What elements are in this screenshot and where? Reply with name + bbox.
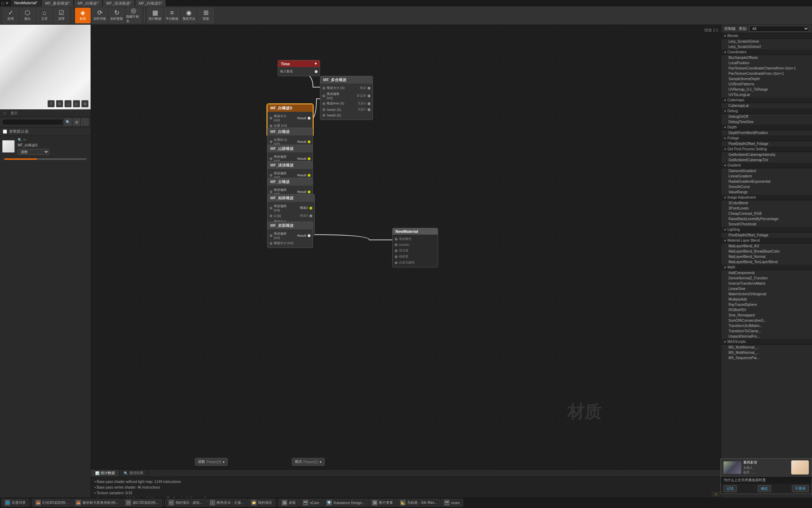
category-item-11-5[interactable]: MultiplyAdd — [721, 297, 812, 302]
category-item-10-1[interactable]: MatLayerBlend_BreakBaseColor — [721, 249, 812, 254]
category-item-7-3[interactable]: SmoothCurve — [721, 184, 812, 189]
task-btn-6[interactable]: 📁我的项目 — [248, 499, 275, 507]
grid-view-btn[interactable]: ⊞ — [73, 119, 80, 126]
task-btn-7[interactable]: 🖼桌面 — [278, 499, 299, 507]
task-btn-4[interactable]: 🎮我的项目 - 虚拟... — [165, 499, 206, 507]
category-9[interactable]: Lighting — [721, 227, 812, 232]
category-item-10-3[interactable]: MatLayerBlend_TenLayerBlend — [721, 259, 812, 265]
bottom-node-func[interactable]: 函数 Param(3) ▾ — [195, 458, 228, 466]
tab-3[interactable]: MF_淡淡噪波* — [103, 0, 135, 7]
tab-4[interactable]: MF_白噪波S* — [135, 0, 166, 7]
category-item-5-0[interactable]: PixelDepthOffset_Foliage — [721, 141, 812, 146]
category-item-7-4[interactable]: ValueRange — [721, 189, 812, 195]
category-item-0-0[interactable]: Lerp_ScratchGrime — [721, 39, 812, 44]
category-7[interactable]: Gradient — [721, 163, 812, 168]
category-item-11-1[interactable]: DeriveNormalZ_Function — [721, 276, 812, 281]
category-10[interactable]: Material Layer Blend — [721, 238, 812, 243]
category-item-1-1[interactable]: LocalPosition — [721, 60, 812, 66]
tab-2[interactable]: MF_白噪波* — [74, 0, 102, 7]
task-btn-3[interactable]: 🎮虚幻3D追踪(程... — [122, 499, 162, 507]
settings-btn[interactable]: ⋮ — [81, 119, 88, 126]
category-item-7-1[interactable]: LinearGradient — [721, 174, 812, 179]
left-toolbar-display[interactable]: 显示 — [8, 110, 20, 116]
toolbar-btn-材质[interactable]: ◈材质 — [75, 8, 91, 23]
category-item-1-3[interactable]: PanTextureCoordinateFrom-1ton+1 — [721, 71, 812, 76]
toolbar-btn-预览节点[interactable]: ◉预览节点 — [181, 8, 197, 23]
category-item-1-4[interactable]: SampleSceneDepth — [721, 76, 812, 81]
notif-remember-btn[interactable]: 记住 — [724, 485, 737, 492]
category-item-11-11[interactable]: TransformToClamp... — [721, 328, 812, 334]
category-item-12-2[interactable]: MS_SequencePai... — [721, 355, 812, 361]
category-item-8-3[interactable]: RaiseBlackLevelsByPercentage — [721, 216, 812, 222]
bottom-node-mode[interactable]: 模式 Param(2) ▾ — [292, 458, 325, 466]
task-btn-9[interactable]: 💎Substance Design... — [323, 499, 368, 507]
toolbar-btn-平台数据[interactable]: ≡平台数据 — [164, 8, 180, 23]
category-item-8-0[interactable]: 3ColorBlend — [721, 200, 812, 206]
category-item-11-4[interactable]: MakeVectorsOrthogonal — [721, 291, 812, 297]
category-item-7-0[interactable]: DiamondGradient — [721, 168, 812, 174]
task-btn-10[interactable]: 🖼图片查看 — [369, 499, 396, 507]
category-4[interactable]: Depth — [721, 125, 812, 130]
category-item-9-0[interactable]: PixelDepthOffset_Foliage — [721, 232, 812, 238]
category-item-0-1[interactable]: Lerp_ScratchGrime2 — [721, 44, 812, 49]
category-11[interactable]: Math — [721, 265, 812, 270]
toolbar-btn-实时更新[interactable]: ↻实时更新 — [109, 8, 124, 23]
category-item-1-0[interactable]: BlurSampleOffsets — [721, 55, 812, 60]
param-type-select[interactable]: 函数 — [18, 149, 49, 155]
category-item-8-1[interactable]: 3PointLevels — [721, 206, 812, 211]
task-btn-8[interactable]: 📷oCam — [300, 499, 322, 507]
category-item-11-6[interactable]: RayTracedSphere — [721, 302, 812, 307]
category-item-11-9[interactable]: SumOfAConsecutiveS... — [721, 318, 812, 323]
task-btn-2[interactable]: 🦊极坐标与直角坐标(程... — [72, 499, 122, 507]
category-item-6-1[interactable]: GetAmbientCubemapTint — [721, 157, 812, 163]
category-item-11-0[interactable]: AddComponents — [721, 270, 812, 276]
toolbar-btn-统计数据[interactable]: ▦统计数据 — [147, 8, 163, 23]
category-item-11-10[interactable]: Transform3x3Matrix... — [721, 323, 812, 328]
tab-0[interactable]: NewMaterial* — [11, 0, 41, 7]
preview-btn-facebook[interactable]: f — [48, 100, 55, 107]
toolbar-btn-接头[interactable]: ⬡接头 — [20, 8, 35, 23]
search-input[interactable] — [2, 119, 63, 125]
category-item-7-2[interactable]: RadialGradientExponential — [721, 179, 812, 184]
preview-btn-play[interactable]: ▷ — [73, 100, 80, 107]
category-5[interactable]: Foliage — [721, 135, 812, 141]
toolbar-btn-主页[interactable]: ⌂主页 — [37, 8, 52, 23]
category-item-1-5[interactable]: UVBrickPatterns — [721, 81, 812, 87]
category-item-10-2[interactable]: MatLayerBlend_Normal — [721, 254, 812, 259]
category-item-2-0[interactable]: CubemapLat — [721, 103, 812, 108]
preview-btn-prev[interactable]: ◁ — [64, 100, 72, 107]
category-item-11-8[interactable]: Sine_Remapped — [721, 313, 812, 318]
toolbar-btn-实时书签[interactable]: ⟳实时书签 — [92, 8, 107, 23]
category-item-4-0[interactable]: DepthFromWorldPosition — [721, 130, 812, 135]
category-12[interactable]: MAXScripts — [721, 339, 812, 345]
category-item-12-1[interactable]: MS_MultiNormal_... — [721, 350, 812, 355]
param-icon-edit[interactable]: ✏ — [23, 138, 26, 142]
category-0[interactable]: Blends — [721, 33, 812, 39]
category-item-10-0[interactable]: MatLayerBlend_AO — [721, 243, 812, 249]
category-item-11-7[interactable]: RGBtoHSV — [721, 307, 812, 313]
video-notification[interactable]: 暴风影音 主持人 似乎…… 为什么上次关闭播放器时显 记住 确定 不要再 — [720, 458, 812, 494]
tab-1[interactable]: MF_参杂噪波* — [42, 0, 73, 7]
toolbar-btn-清理[interactable]: ☑清理 — [54, 8, 69, 23]
node-time[interactable]: Time ▾ 输入数值 — [278, 60, 320, 76]
search-btn[interactable]: 🔍 — [64, 119, 72, 126]
toolbar-btn-应用[interactable]: ✓应用 — [3, 8, 18, 23]
task-btn-1[interactable]: 🦊幻动3D追踪(程... — [32, 499, 72, 507]
notif-no-more-btn[interactable]: 不要再 — [792, 485, 809, 492]
category-item-12-0[interactable]: MS_MultiNormal_... — [721, 345, 812, 350]
preview-btn-settings[interactable]: ⚙ — [81, 100, 88, 107]
category-item-8-4[interactable]: SmoothThreshold — [721, 222, 812, 227]
category-item-11-2[interactable]: InverseTransformMatrix — [721, 281, 812, 286]
category-6[interactable]: Get Post Process Setting — [721, 146, 812, 152]
params-checkbox[interactable] — [3, 129, 7, 134]
right-filter-select[interactable]: All — [749, 26, 809, 32]
param-icon-search[interactable]: 🔍 — [18, 138, 22, 142]
task-btn-5[interactable]: ♪酷狗音乐 - 主接... — [207, 499, 247, 507]
stats-tab-stats[interactable]: 📊 统计数据 — [91, 470, 119, 477]
category-item-1-7[interactable]: UVToLongLat — [721, 92, 812, 97]
toolbar-btn-层级[interactable]: ⊞层级 — [198, 8, 214, 23]
category-item-11-12[interactable]: UnpackNormalFro... — [721, 334, 812, 339]
task-btn-12[interactable]: 📷ocam — [441, 499, 463, 507]
category-item-3-1[interactable]: DebugTimeSine — [721, 119, 812, 125]
node-new-material[interactable]: NewMaterial 基础颜色 Metallic 高光度 粗糙度 自发光颜色 — [392, 228, 438, 267]
